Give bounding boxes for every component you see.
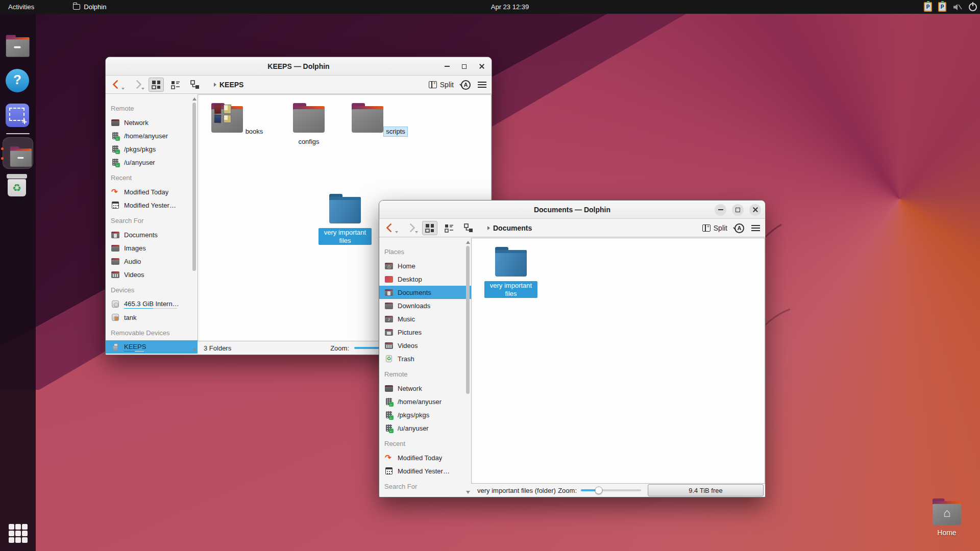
sidebar-item-home-anyuser[interactable]: /home/anyuser xyxy=(379,395,471,408)
sidebar-item-network[interactable]: Network xyxy=(106,116,198,129)
sidebar-item-label: Modified Today xyxy=(398,454,442,462)
sidebar-item-documents[interactable]: Documents xyxy=(379,494,471,497)
sidebar-item-downloads[interactable]: Downloads xyxy=(379,299,471,312)
dock-item-help[interactable]: ? xyxy=(6,69,30,93)
sidebar-item-audio[interactable]: Audio xyxy=(106,255,198,268)
dock-item-files[interactable] xyxy=(6,34,30,59)
sidebar-item-modified-yester[interactable]: Modified Yester… xyxy=(379,464,471,478)
sidebar-item-label: Pictures xyxy=(398,329,422,336)
maximize-button[interactable] xyxy=(458,61,470,72)
file-area[interactable]: very important files xyxy=(471,238,765,484)
folder-home-icon xyxy=(384,261,394,270)
icons-view-button[interactable] xyxy=(149,78,164,92)
desktop-icon-home[interactable]: ⌂ Home xyxy=(923,496,971,537)
details-view-button[interactable] xyxy=(442,221,457,235)
sidebar-item-modified-today[interactable]: Modified Today xyxy=(379,451,471,464)
close-button[interactable] xyxy=(476,61,487,72)
back-icon[interactable] xyxy=(112,80,121,89)
menu-icon[interactable] xyxy=(751,225,760,231)
file-item-very-important-files[interactable]: very important files xyxy=(483,246,539,298)
sidebar-item-pkgs-pkgs[interactable]: /pkgs/pkgs xyxy=(106,142,198,156)
dock-item-dolphin[interactable] xyxy=(3,137,33,169)
sidebar-item-videos[interactable]: Videos xyxy=(106,268,198,281)
toolbar: KEEPS Split A xyxy=(106,76,492,94)
clipboard-tray-icon[interactable]: P xyxy=(924,2,932,12)
dock-item-screenshot[interactable] xyxy=(6,104,30,128)
sidebar-item-465-3-gib-intern[interactable]: 465.3 GiB Intern… xyxy=(106,297,198,311)
volume-muted-icon[interactable] xyxy=(952,3,963,12)
activities-button[interactable]: Activities xyxy=(0,0,42,14)
tree-view-button[interactable] xyxy=(461,221,476,235)
clipboard-tray-icon[interactable]: P xyxy=(938,2,946,12)
split-button[interactable]: Split xyxy=(429,81,454,89)
titlebar[interactable]: Documents — Dolphin xyxy=(379,201,765,219)
usb-icon xyxy=(111,342,120,352)
sidebar-item-pictures[interactable]: Pictures xyxy=(379,325,471,339)
free-space-bar: 9.4 TiB free xyxy=(648,484,764,496)
sidebar-item-music[interactable]: Music xyxy=(379,312,471,325)
breadcrumb[interactable]: Documents xyxy=(487,224,532,232)
search-icon[interactable]: A xyxy=(734,223,744,233)
sidebar-item-pkgs-pkgs[interactable]: /pkgs/pkgs xyxy=(379,408,471,421)
sidebar-item-tank[interactable]: tank xyxy=(106,311,198,324)
sidebar-item-documents[interactable]: Documents xyxy=(379,286,471,299)
sidebar-scrollbar[interactable] xyxy=(464,239,471,496)
sidebar-item-label: Videos xyxy=(124,271,144,279)
split-label: Split xyxy=(440,81,454,89)
server-icon xyxy=(111,131,120,140)
dock-item-trash[interactable]: ♻ xyxy=(6,174,30,198)
icons-view-button[interactable] xyxy=(422,221,437,235)
sidebar-scrollbar[interactable] xyxy=(191,95,198,354)
folder-pictures-icon xyxy=(384,328,394,337)
menu-icon[interactable] xyxy=(478,82,486,88)
folder-desktop-icon xyxy=(384,274,394,284)
sidebar-item-trash[interactable]: Trash xyxy=(379,352,471,365)
breadcrumb[interactable]: KEEPS xyxy=(214,81,243,89)
sidebar-item-u-anyuser[interactable]: /u/anyuser xyxy=(379,421,471,435)
folder-videos-icon xyxy=(111,270,120,279)
file-item-books[interactable]: books xyxy=(210,102,266,136)
minimize-button[interactable] xyxy=(441,61,453,72)
folder-documents-icon xyxy=(384,496,394,497)
sidebar-item-desktop[interactable]: Desktop xyxy=(379,272,471,286)
titlebar[interactable]: KEEPS — Dolphin xyxy=(106,57,492,76)
sidebar-item-images[interactable]: Images xyxy=(106,241,198,255)
sidebar-item-modified-today[interactable]: Modified Today xyxy=(106,185,198,198)
split-label: Split xyxy=(714,224,727,232)
maximize-button[interactable] xyxy=(732,204,744,216)
power-icon[interactable] xyxy=(969,3,977,11)
sidebar-item-modified-yester[interactable]: Modified Yester… xyxy=(106,198,198,212)
minimize-button[interactable] xyxy=(715,204,726,216)
file-label: configs xyxy=(296,137,321,146)
search-icon[interactable]: A xyxy=(461,80,471,90)
sidebar-item-keeps[interactable]: KEEPS xyxy=(106,340,198,354)
details-view-button[interactable] xyxy=(168,78,183,92)
status-items-count: 3 Folders xyxy=(204,344,231,352)
sidebar-item-documents[interactable]: Documents xyxy=(106,228,198,241)
sidebar-item-u-anyuser[interactable]: /u/anyuser xyxy=(106,156,198,169)
file-item-configs[interactable]: configs xyxy=(281,102,337,146)
focused-app-menu[interactable]: Dolphin xyxy=(73,3,106,11)
forward-icon[interactable] xyxy=(406,223,415,232)
zoom-slider[interactable] xyxy=(581,489,641,491)
clock[interactable]: Apr 23 12:39 xyxy=(477,3,543,11)
show-applications-button[interactable] xyxy=(9,524,28,543)
sidebar-item-label: KEEPS xyxy=(124,343,146,352)
sidebar-item-label: 465.3 GiB Intern… xyxy=(124,300,179,309)
sidebar-item-home[interactable]: Home xyxy=(379,259,471,272)
tree-view-button[interactable] xyxy=(187,78,203,92)
file-item-scripts[interactable]: scripts xyxy=(351,102,407,136)
sidebar-item-home-anyuser[interactable]: /home/anyuser xyxy=(106,129,198,142)
split-button[interactable]: Split xyxy=(702,224,727,232)
recent-icon xyxy=(384,453,394,462)
drive-badge-icon xyxy=(111,313,120,322)
sidebar-item-label: Music xyxy=(398,315,415,323)
forward-icon[interactable] xyxy=(132,80,141,89)
sidebar-item-videos[interactable]: Videos xyxy=(379,339,471,352)
close-button[interactable] xyxy=(749,204,761,216)
file-label: books xyxy=(243,127,265,136)
file-item-very-important-files[interactable]: very important files xyxy=(317,193,373,245)
back-icon[interactable] xyxy=(386,223,395,232)
sidebar-section-remote: Remote xyxy=(379,365,471,382)
sidebar-item-network[interactable]: Network xyxy=(379,382,471,395)
